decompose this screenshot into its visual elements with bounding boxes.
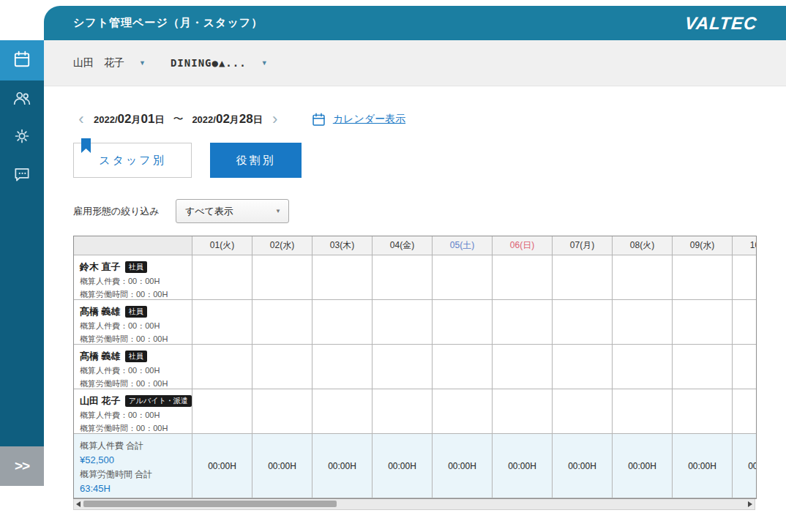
shift-cell[interactable] xyxy=(373,345,433,389)
shift-cell[interactable] xyxy=(613,300,673,345)
shift-cell[interactable] xyxy=(613,389,673,434)
staff-hours: 概算労働時間：00：00H xyxy=(80,378,186,389)
shift-cell[interactable] xyxy=(733,345,757,389)
shift-cell[interactable] xyxy=(312,389,373,434)
gear-icon xyxy=(12,127,31,149)
shift-cell[interactable] xyxy=(433,389,493,434)
employment-filter-label: 雇用形態の絞り込み xyxy=(73,205,160,218)
shift-cell[interactable] xyxy=(192,300,252,345)
main-content: ‹ 2022/02月01日 〜 2022/02月28日 › カレンダー表示 スタ… xyxy=(44,86,786,532)
shift-cell[interactable] xyxy=(553,345,613,389)
shift-cell[interactable] xyxy=(733,255,757,300)
summary-cost-label: 概算人件費 合計 xyxy=(80,440,186,452)
shift-cell[interactable] xyxy=(733,389,757,434)
date-navigation: ‹ 2022/02月01日 〜 2022/02月28日 › カレンダー表示 xyxy=(73,108,786,131)
staff-cost: 概算人件費：00：00H xyxy=(80,365,186,376)
shift-cell[interactable] xyxy=(373,300,433,345)
calendar-icon xyxy=(12,50,31,72)
column-header: 02(水) xyxy=(252,236,312,255)
shift-cell[interactable] xyxy=(493,255,553,300)
scroll-right-icon[interactable] xyxy=(748,501,752,507)
shift-cell[interactable] xyxy=(192,345,252,389)
date-range-start: 2022/02月01日 xyxy=(94,112,164,127)
bookmark-icon xyxy=(81,138,91,153)
summary-total-cell: 00:00H xyxy=(553,434,613,498)
shift-cell[interactable] xyxy=(673,345,733,389)
employment-badge: 社員 xyxy=(125,306,147,318)
table-header-row: 01(火)02(水)03(木)04(金)05(土)06(日)07(月)08(火)… xyxy=(74,236,757,255)
shift-cell[interactable] xyxy=(553,389,613,434)
staff-name: 髙橋 義雄 xyxy=(80,350,121,363)
shift-cell[interactable] xyxy=(493,300,553,345)
end-month-unit: 月 xyxy=(230,114,239,125)
corner-header-cell xyxy=(74,236,192,255)
store-name: DINING●▲... xyxy=(171,57,247,69)
tab-bar: スタッフ別 役割別 xyxy=(73,143,786,178)
shift-cell[interactable] xyxy=(312,345,373,389)
summary-total-cell: 00:00H xyxy=(673,434,733,498)
shift-cell[interactable] xyxy=(613,255,673,300)
shift-cell[interactable] xyxy=(252,300,312,345)
scroll-left-icon[interactable] xyxy=(76,501,81,507)
shift-cell[interactable] xyxy=(433,255,493,300)
scrollbar-thumb[interactable] xyxy=(83,501,337,507)
shift-cell[interactable] xyxy=(673,255,733,300)
valtec-logo: VALTEC xyxy=(684,13,757,34)
shift-cell[interactable] xyxy=(312,300,373,345)
summary-total-cell: 00:00H xyxy=(373,434,433,498)
tab-staff[interactable]: スタッフ別 xyxy=(73,143,192,178)
user-name: 山田 花子 xyxy=(73,56,124,70)
shift-cell[interactable] xyxy=(252,345,312,389)
shift-cell[interactable] xyxy=(493,389,553,434)
employment-filter-value: すべて表示 xyxy=(185,205,233,218)
shift-cell[interactable] xyxy=(493,345,553,389)
shift-cell[interactable] xyxy=(373,255,433,300)
start-month-unit: 月 xyxy=(131,114,141,125)
user-select[interactable]: 山田 花子 ▼ xyxy=(73,56,146,70)
shift-cell[interactable] xyxy=(733,300,757,345)
next-month-button[interactable]: › xyxy=(267,111,283,127)
column-header: 08(火) xyxy=(613,236,673,255)
horizontal-scrollbar[interactable] xyxy=(73,499,755,510)
shift-cell[interactable] xyxy=(312,255,373,300)
sidebar: >> xyxy=(0,0,44,532)
column-header: 03(木) xyxy=(312,236,373,255)
summary-hours-value: 63:45H xyxy=(80,483,186,494)
staff-hours: 概算労働時間：00：00H xyxy=(80,289,186,300)
end-day-unit: 日 xyxy=(253,114,263,125)
shift-table: 01(火)02(水)03(木)04(金)05(土)06(日)07(月)08(火)… xyxy=(73,236,757,499)
sidebar-expand-button[interactable]: >> xyxy=(0,446,44,486)
shift-cell[interactable] xyxy=(373,389,433,434)
shift-cell[interactable] xyxy=(433,300,493,345)
summary-info-cell: 概算人件費 合計 ¥52,500 概算労働時間 合計 63:45H xyxy=(74,434,192,498)
shift-cell[interactable] xyxy=(673,389,733,434)
shift-management-page: シフト管理ページ（月・スタッフ） VALTEC 山田 花子 ▼ DINING●▲… xyxy=(0,0,786,532)
employment-filter-select[interactable]: すべて表示 ▼ xyxy=(176,199,289,223)
calendar-view-link[interactable]: カレンダー表示 xyxy=(333,113,405,126)
chevron-down-icon: ▼ xyxy=(261,59,268,67)
employment-badge: 社員 xyxy=(125,351,147,362)
sidebar-item-staff[interactable] xyxy=(0,80,44,119)
shift-cell[interactable] xyxy=(192,389,252,434)
sidebar-item-messages[interactable] xyxy=(0,157,44,195)
prev-month-button[interactable]: ‹ xyxy=(73,111,89,127)
end-year: 2022/ xyxy=(192,114,216,125)
shift-cell[interactable] xyxy=(673,300,733,345)
shift-cell[interactable] xyxy=(433,345,493,389)
employment-badge: アルバイト・派遣 xyxy=(125,395,192,407)
sidebar-item-calendar[interactable] xyxy=(0,40,44,80)
shift-cell[interactable] xyxy=(553,255,613,300)
shift-cell[interactable] xyxy=(192,255,252,300)
column-header: 04(金) xyxy=(373,236,433,255)
shift-cell[interactable] xyxy=(252,255,312,300)
staff-row: 鈴木 直子社員概算人件費：00：00H概算労働時間：00：00H xyxy=(74,255,757,300)
shift-cell[interactable] xyxy=(613,345,673,389)
column-header: 09(水) xyxy=(673,236,733,255)
shift-cell[interactable] xyxy=(252,389,312,434)
staff-hours: 概算労働時間：00：00H xyxy=(80,334,186,345)
date-range-separator: 〜 xyxy=(173,113,183,126)
sidebar-item-settings[interactable] xyxy=(0,119,44,157)
shift-cell[interactable] xyxy=(553,300,613,345)
tab-role[interactable]: 役割別 xyxy=(210,143,302,178)
store-select[interactable]: DINING●▲... ▼ xyxy=(171,57,268,69)
